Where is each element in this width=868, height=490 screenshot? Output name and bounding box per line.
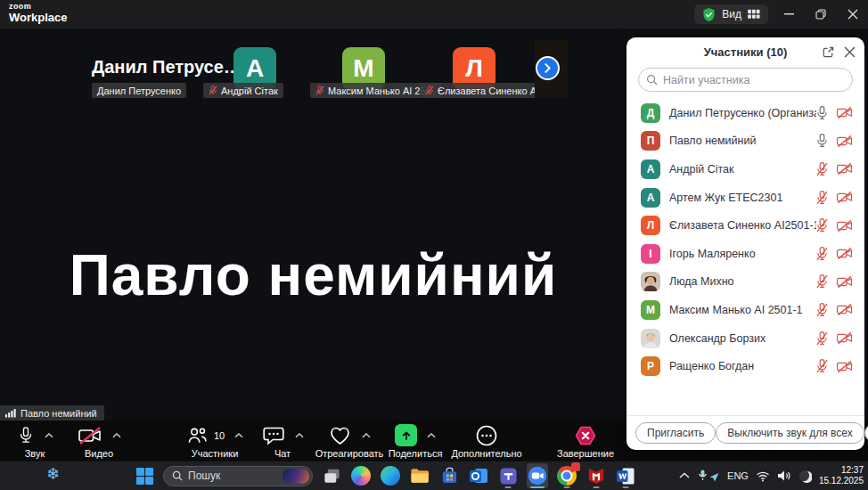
taskbar-app-chrome[interactable] [556, 463, 577, 488]
camera-off-icon [836, 162, 853, 176]
thumbnail-label: Єлизавета Синенко AI… [438, 86, 549, 96]
title-bar: zoom Workplace Вид [0, 0, 868, 29]
participants-panel-title: Участники (10) [704, 45, 788, 59]
taskbar-app-word[interactable] [615, 463, 636, 488]
avatar-initial: А [647, 192, 655, 204]
volume-icon[interactable] [777, 470, 791, 482]
mic-on-icon [816, 133, 828, 149]
participant-avatar: М [641, 300, 660, 320]
thumbnail-label: Андрій Сітак [221, 86, 278, 96]
popout-panel-icon[interactable] [822, 45, 835, 59]
taskbar-app-teams[interactable] [497, 463, 519, 488]
participant-row[interactable]: ММаксим Манько AI 2501-1 [626, 296, 864, 324]
toolbar-share-button[interactable]: Поделиться [381, 423, 449, 459]
camera-off-icon [78, 425, 102, 446]
night-mode-tray-icon[interactable] [798, 470, 812, 483]
taskbar-search[interactable]: Пошук [163, 466, 313, 486]
participant-search-input[interactable] [638, 68, 853, 92]
participant-row[interactable]: Олександр Борзих [626, 324, 864, 353]
system-tray: ENG 12:37 15.12.2025 [679, 461, 864, 490]
minimize-button[interactable] [775, 0, 802, 29]
chevron-up-icon[interactable] [427, 433, 436, 438]
muted-mic-icon [425, 85, 434, 96]
taskbar-app-mcafee[interactable] [585, 463, 607, 488]
mcafee-icon [587, 467, 605, 486]
close-panel-icon[interactable] [844, 46, 856, 58]
toolbar-react-button[interactable]: Отреагировать [305, 423, 394, 459]
thumbnail-label-chip: Андрій Сітак [203, 83, 283, 98]
toolbar-button-label: Чат [274, 448, 291, 459]
toolbar-button-label: Дополнительно [451, 448, 521, 459]
mic-muted-icon [816, 217, 828, 233]
wifi-icon[interactable] [756, 470, 770, 482]
toolbar-participants-button[interactable]: 10Участники [171, 423, 258, 459]
close-window-button[interactable] [839, 0, 866, 29]
camera-off-icon [836, 360, 853, 373]
widgets-weather-icon[interactable]: ❄ [46, 464, 60, 484]
participants-panel-footer: Пригласить Выключить звук для всех ··· [626, 415, 864, 450]
taskbar-app-copilot[interactable] [350, 463, 372, 488]
participant-row[interactable]: РРащенко Богдан [626, 352, 864, 380]
taskbar-app-zoom[interactable] [527, 463, 548, 488]
participant-name: Андрій Сітак [669, 163, 816, 176]
participant-name: Павло немийний [669, 135, 816, 147]
view-menu-button[interactable]: Вид [694, 4, 768, 24]
start-button[interactable] [134, 463, 155, 488]
hidden-icons-chevron[interactable] [679, 472, 690, 479]
camera-off-icon [836, 275, 853, 289]
taskbar-app-explorer[interactable] [409, 463, 430, 488]
restore-button[interactable] [807, 0, 834, 29]
participant-row[interactable]: ЛЄлизавета Синенко AI2501-1 [626, 211, 864, 240]
toolbar-chat-button[interactable]: Чат [257, 423, 308, 459]
clock[interactable]: 12:37 15.12.2025 [819, 465, 864, 487]
taskbar-app-store[interactable] [438, 463, 460, 488]
taskbar-app-outlook[interactable] [468, 463, 489, 488]
avatar-initial: П [647, 135, 655, 147]
mic-muted-icon [816, 274, 828, 290]
participant-row[interactable]: ААндрій Сітак [626, 155, 864, 184]
participant-avatar: А [641, 159, 660, 179]
active-speaker-name: Павло немийний [0, 242, 626, 308]
view-label: Вид [722, 8, 741, 20]
windows-taskbar: ❄ Пошук ENG [0, 461, 868, 490]
participant-name: Люда Михно [669, 275, 816, 288]
next-participants-button[interactable] [536, 56, 560, 80]
gallery-view-icon [748, 9, 760, 20]
tray-date: 15.12.2025 [819, 476, 864, 487]
mute-all-button[interactable]: Выключить звук для всех [716, 422, 864, 444]
toolbar-button-label: Видео [85, 448, 113, 459]
participant-row[interactable]: ІІгорь Маляренко [626, 240, 864, 268]
camera-off-icon [836, 303, 853, 316]
toolbar-button-label: Поделиться [389, 448, 443, 459]
participant-avatar: А [641, 188, 660, 208]
participant-row[interactable]: ППавло немийний [626, 127, 864, 156]
search-icon [646, 74, 658, 86]
taskbar-app-taskview[interactable] [321, 463, 342, 488]
toolbar-button-label: Звук [25, 448, 45, 459]
avatar-initial: І [649, 248, 651, 260]
toolbar-video-button[interactable]: Видео [68, 423, 130, 459]
toolbar-end-button[interactable]: Завершение [544, 423, 627, 459]
notification-badge [571, 462, 580, 471]
participant-row[interactable]: Люда Михно [626, 268, 864, 297]
share-icon [395, 424, 417, 446]
chevron-up-icon[interactable] [112, 433, 121, 438]
chevron-up-icon[interactable] [45, 433, 53, 438]
avatar-initial: Р [647, 360, 654, 372]
toolbar-more-button[interactable]: Дополнительно [444, 423, 529, 459]
participant-row[interactable]: ДДанил Петрусенко (Организатор, я) [626, 99, 864, 127]
invite-button[interactable]: Пригласить [635, 422, 716, 444]
muted-mic-icon [315, 85, 324, 96]
avatar-initial: М [353, 54, 373, 83]
taskview-icon [323, 467, 341, 486]
chevron-up-icon[interactable] [234, 433, 243, 438]
taskbar-app-edge[interactable] [380, 463, 401, 488]
mic-location-tray-icon[interactable] [697, 469, 720, 483]
chevron-up-icon[interactable] [362, 433, 371, 438]
toolbar-audio-button[interactable]: Звук [7, 423, 62, 459]
camera-off-icon [836, 331, 853, 345]
thumbnail-name-text: Данил Петрусе… [92, 57, 242, 78]
language-indicator[interactable]: ENG [727, 470, 749, 481]
participant-row[interactable]: ААртем Жук ETEC2301 [626, 184, 864, 212]
chevron-up-icon[interactable] [295, 433, 304, 438]
